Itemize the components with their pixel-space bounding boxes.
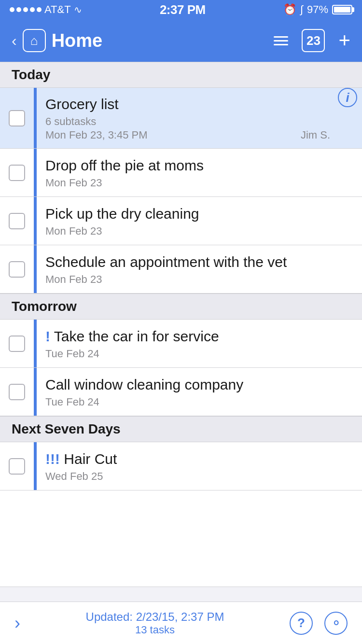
task-title: Pick up the dry cleaning [45, 204, 354, 223]
checkbox-area [0, 245, 34, 293]
footer-task-count: 13 tasks [86, 624, 224, 636]
status-right: ⏰ ∫ 97% [283, 3, 352, 16]
task-title-text: Take the car in for service [54, 328, 219, 344]
table-row[interactable]: Grocery list 6 subtasks Mon Feb 23, 3:45… [0, 88, 362, 149]
task-title: Call window cleaning company [45, 375, 354, 394]
checkbox-area [0, 368, 34, 416]
task-checkbox[interactable] [9, 336, 25, 352]
task-checkbox[interactable] [9, 213, 25, 229]
search-button[interactable]: ⚬ [324, 612, 348, 635]
today-task-list: Grocery list 6 subtasks Mon Feb 23, 3:45… [0, 88, 362, 294]
table-row[interactable]: Pick up the dry cleaning Mon Feb 23 [0, 197, 362, 245]
task-date: Wed Feb 25 [45, 470, 354, 483]
table-row[interactable]: Schedule an appointment with the vet Mon… [0, 245, 362, 294]
table-row[interactable]: !!! Hair Cut Wed Feb 25 [0, 442, 362, 490]
section-tomorrow-label: Tomorrow [12, 299, 77, 314]
task-title: ! Take the car in for service [45, 327, 354, 346]
section-today-label: Today [12, 67, 50, 82]
tomorrow-task-list: ! Take the car in for service Tue Feb 24… [0, 320, 362, 416]
task-date: Mon Feb 23, 3:45 PM [45, 129, 148, 141]
battery-bar [332, 5, 352, 14]
nav-right: 23 + [274, 29, 350, 52]
task-subtitle: 6 subtasks [45, 115, 330, 128]
section-next7: Next Seven Days [0, 416, 362, 442]
info-icon: i [346, 90, 349, 105]
help-icon: ? [297, 616, 305, 630]
carrier-label: AT&T [44, 3, 71, 16]
priority-exclaim-icon: ! [45, 328, 50, 344]
footer-icons: ? ⚬ [290, 612, 348, 635]
task-content: Call window cleaning company Tue Feb 24 [37, 368, 362, 416]
checkbox-area [0, 442, 34, 490]
nav-title: Home [52, 30, 103, 51]
task-date: Tue Feb 24 [45, 396, 354, 408]
task-title: Grocery list [45, 95, 330, 113]
task-assignee: Jim S. [301, 129, 330, 141]
task-checkbox[interactable] [9, 384, 25, 400]
search-icon: ⚬ [331, 615, 342, 631]
task-date: Tue Feb 24 [45, 348, 354, 360]
table-row[interactable]: Drop off the pie at moms Mon Feb 23 [0, 149, 362, 197]
footer-chevron[interactable]: › [14, 613, 20, 633]
battery-percent: 97% [307, 3, 328, 16]
section-today: Today [0, 62, 362, 88]
task-content: Pick up the dry cleaning Mon Feb 23 [37, 197, 362, 245]
task-content: ! Take the car in for service Tue Feb 24 [37, 320, 362, 367]
footer: › Updated: 2/23/15, 2:37 PM 13 tasks ? ⚬ [0, 602, 362, 644]
task-content: Schedule an appointment with the vet Mon… [37, 245, 362, 293]
checkbox-area [0, 88, 34, 148]
task-content: Drop off the pie at moms Mon Feb 23 [37, 149, 362, 196]
status-bar: AT&T ∿ 2:37 PM ⏰ ∫ 97% [0, 0, 362, 19]
task-content: !!! Hair Cut Wed Feb 25 [37, 442, 362, 490]
footer-updated: Updated: 2/23/15, 2:37 PM [86, 610, 224, 624]
task-checkbox[interactable] [9, 261, 25, 278]
house-icon: ⌂ [30, 33, 38, 48]
back-button[interactable]: ‹ [12, 32, 17, 50]
checkbox-area [0, 149, 34, 196]
status-time: 2:37 PM [160, 2, 206, 17]
footer-center: Updated: 2/23/15, 2:37 PM 13 tasks [86, 610, 224, 636]
home-icon: ⌂ [23, 29, 46, 52]
task-date: Mon Feb 23 [45, 177, 354, 189]
task-date: Mon Feb 23 [45, 225, 354, 238]
nav-left: ‹ ⌂ Home [12, 29, 102, 52]
task-title-text2: Hair Cut [64, 451, 117, 467]
wifi-icon: ∿ [74, 4, 82, 15]
help-button[interactable]: ? [290, 612, 313, 635]
task-content: Grocery list 6 subtasks Mon Feb 23, 3:45… [37, 88, 338, 148]
section-next7-label: Next Seven Days [12, 421, 121, 436]
alarm-icon: ⏰ [283, 3, 296, 16]
next7-task-list: !!! Hair Cut Wed Feb 25 [0, 442, 362, 490]
section-tomorrow: Tomorrow [0, 294, 362, 320]
task-date: Mon Feb 23 [45, 273, 354, 286]
bluetooth-icon: ∫ [300, 3, 303, 16]
task-title: !!! Hair Cut [45, 449, 354, 468]
table-row[interactable]: ! Take the car in for service Tue Feb 24 [0, 320, 362, 368]
priority-exclaim-icon: !!! [45, 451, 60, 467]
info-button[interactable]: i [338, 88, 357, 107]
table-row[interactable]: Call window cleaning company Tue Feb 24 [0, 368, 362, 416]
nav-bar: ‹ ⌂ Home 23 + [0, 19, 362, 62]
task-checkbox[interactable] [9, 110, 25, 126]
signal-dots [10, 7, 42, 12]
empty-space [0, 490, 362, 587]
battery-fill [334, 7, 350, 13]
task-title: Drop off the pie at moms [45, 156, 354, 175]
checkbox-area [0, 320, 34, 367]
calendar-icon[interactable]: 23 [302, 29, 325, 52]
task-checkbox[interactable] [9, 458, 25, 475]
checkbox-area [0, 197, 34, 245]
main-content: Today Grocery list 6 subtasks Mon Feb 23… [0, 62, 362, 644]
task-meta-row: Mon Feb 23, 3:45 PM Jim S. [45, 129, 330, 141]
task-checkbox[interactable] [9, 165, 25, 181]
status-left: AT&T ∿ [10, 3, 82, 16]
menu-icon[interactable] [274, 36, 288, 45]
calendar-day: 23 [306, 33, 320, 48]
task-title: Schedule an appointment with the vet [45, 252, 354, 271]
add-button[interactable]: + [338, 29, 350, 52]
